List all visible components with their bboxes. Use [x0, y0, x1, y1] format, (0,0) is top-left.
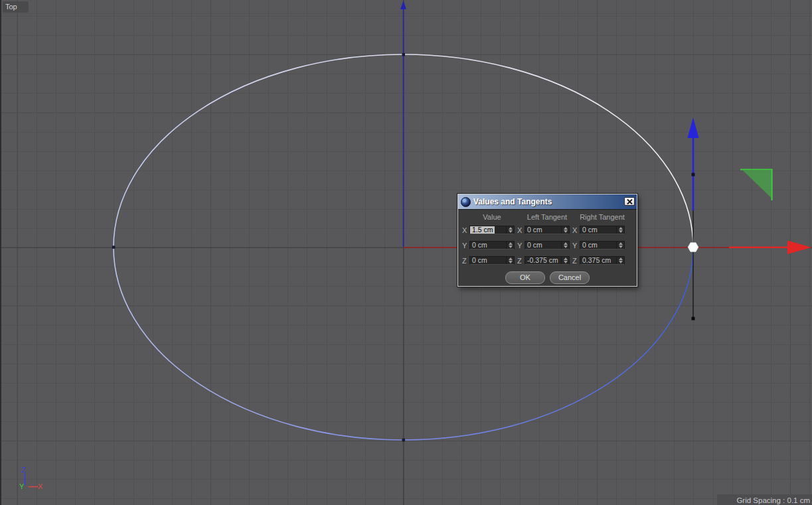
- x-value-spinner[interactable]: [506, 226, 514, 234]
- x-left-tangent-field[interactable]: 0 cm: [525, 226, 570, 234]
- spinner-down-icon: [619, 261, 623, 263]
- z-right-tangent-spinner[interactable]: [616, 257, 624, 264]
- grid-spacing-status: Grid Spacing : 0.1 cm: [736, 496, 810, 504]
- dialog-buttons: OK Cancel: [458, 271, 637, 284]
- y-value-text: 0 cm: [470, 242, 506, 249]
- dialog-title: Values and Tangents: [473, 197, 552, 206]
- y-right-tangent-spinner[interactable]: [616, 242, 624, 249]
- spinner-up-icon: [509, 227, 513, 230]
- spinner-down-icon: [619, 230, 623, 233]
- viewport-scene: Z Y X: [0, 0, 812, 505]
- axis-label: X: [572, 226, 579, 234]
- gizmo-x-axis-arrowhead[interactable]: [787, 241, 811, 255]
- spinner-down-icon: [509, 261, 513, 263]
- x-value-text: 1.5 cm: [470, 226, 495, 234]
- row-y: Y 0 cm Y 0 cm: [458, 241, 637, 250]
- x-right-tangent-field[interactable]: 0 cm: [580, 226, 625, 234]
- y-right-tangent-text: 0 cm: [580, 242, 616, 249]
- spinner-down-icon: [564, 261, 568, 263]
- x-left-tangent-spinner[interactable]: [561, 226, 569, 234]
- viewport-left-border: [0, 0, 1, 505]
- values-and-tangents-dialog: Values and Tangents Value Left Tangent R…: [457, 194, 637, 287]
- gizmo-plane-handle-fill[interactable]: [743, 171, 771, 198]
- dialog-titlebar[interactable]: Values and Tangents: [458, 194, 637, 210]
- z-value-text: 0 cm: [470, 257, 506, 264]
- z-left-tangent-spinner[interactable]: [561, 257, 569, 264]
- header-value: Value: [469, 213, 515, 221]
- y-left-tangent-text: 0 cm: [525, 242, 561, 249]
- x-right-tangent-text: 0 cm: [580, 226, 616, 234]
- cancel-button[interactable]: Cancel: [550, 271, 590, 284]
- spinner-up-icon: [564, 257, 568, 260]
- row-x: X 1.5 cm X 0 cm: [458, 226, 637, 234]
- object-z-axis-arrowhead: [400, 1, 406, 9]
- viewport-top-view[interactable]: Z Y X Top Grid Spacing : 0.1 cm Values a…: [0, 0, 812, 505]
- view-label[interactable]: Top: [3, 1, 29, 13]
- axis-label: Y: [572, 242, 579, 250]
- axis-label: Z: [517, 257, 524, 265]
- row-z: Z 0 cm Z -0.375 cm: [458, 256, 637, 265]
- z-left-tangent-text: -0.375 cm: [525, 257, 561, 264]
- control-point-top[interactable]: [402, 53, 406, 56]
- axis-label: Z: [462, 257, 469, 265]
- y-left-tangent-field[interactable]: 0 cm: [525, 241, 570, 250]
- spinner-down-icon: [564, 246, 568, 248]
- orientation-z-label: Z: [21, 466, 26, 474]
- group-x-right-tangent: X 0 cm: [572, 226, 625, 234]
- y-right-tangent-field[interactable]: 0 cm: [580, 241, 625, 250]
- group-y-right-tangent: Y 0 cm: [572, 241, 625, 250]
- group-x-left-tangent: X 0 cm: [517, 226, 570, 234]
- axis-label: X: [462, 226, 469, 234]
- spline-segment-left-bottom[interactable]: [114, 248, 404, 441]
- selected-point-handle[interactable]: [688, 243, 698, 252]
- axis-label: Z: [572, 257, 579, 265]
- group-z-right-tangent: Z 0.375 cm: [572, 256, 625, 265]
- spinner-down-icon: [564, 230, 568, 233]
- spinner-up-icon: [619, 257, 623, 260]
- z-left-tangent-field[interactable]: -0.375 cm: [525, 256, 570, 265]
- group-y-left-tangent: Y 0 cm: [517, 241, 570, 250]
- y-value-field[interactable]: 0 cm: [469, 241, 515, 250]
- axis-label: Y: [462, 242, 469, 250]
- close-button[interactable]: [624, 197, 635, 206]
- group-z-value: Z 0 cm: [462, 256, 515, 265]
- group-y-value: Y 0 cm: [462, 241, 515, 250]
- gizmo-z-axis-arrowhead[interactable]: [688, 117, 699, 138]
- spinner-up-icon: [564, 242, 568, 245]
- group-z-left-tangent: Z -0.375 cm: [517, 256, 570, 265]
- spinner-up-icon: [564, 227, 568, 230]
- orientation-y-label: Y: [19, 482, 25, 490]
- app-logo-icon: [461, 197, 471, 207]
- control-point-left[interactable]: [112, 246, 116, 249]
- z-right-tangent-field[interactable]: 0.375 cm: [580, 256, 625, 265]
- x-right-tangent-spinner[interactable]: [616, 226, 624, 234]
- y-left-tangent-spinner[interactable]: [561, 242, 569, 249]
- control-point-bottom[interactable]: [402, 439, 406, 442]
- x-value-field[interactable]: 1.5 cm: [469, 226, 515, 234]
- header-left-tangent: Left Tangent: [525, 213, 570, 221]
- group-x-value: X 1.5 cm: [462, 226, 515, 234]
- z-right-tangent-text: 0.375 cm: [580, 257, 616, 264]
- axis-label: Y: [517, 242, 524, 250]
- z-value-field[interactable]: 0 cm: [469, 256, 515, 265]
- spinner-up-icon: [509, 257, 513, 260]
- axis-label: X: [517, 226, 524, 234]
- spinner-up-icon: [509, 242, 513, 245]
- spinner-up-icon: [619, 242, 623, 245]
- spline-segment-top-left[interactable]: [114, 54, 404, 248]
- y-value-spinner[interactable]: [506, 242, 514, 249]
- z-value-spinner[interactable]: [506, 257, 514, 264]
- orientation-x-label: X: [38, 482, 43, 490]
- close-icon: [627, 199, 633, 204]
- header-right-tangent: Right Tangent: [580, 213, 625, 221]
- column-headers: Value Left Tangent Right Tangent: [458, 213, 637, 221]
- spinner-up-icon: [619, 227, 623, 230]
- field-rows: X 1.5 cm X 0 cm: [458, 226, 637, 265]
- tangent-endpoint-top[interactable]: [692, 173, 695, 177]
- spinner-down-icon: [619, 246, 623, 248]
- spinner-down-icon: [509, 230, 513, 233]
- x-left-tangent-text: 0 cm: [525, 226, 561, 234]
- tangent-endpoint-bottom[interactable]: [692, 317, 695, 321]
- spinner-down-icon: [509, 246, 513, 248]
- ok-button[interactable]: OK: [505, 271, 545, 284]
